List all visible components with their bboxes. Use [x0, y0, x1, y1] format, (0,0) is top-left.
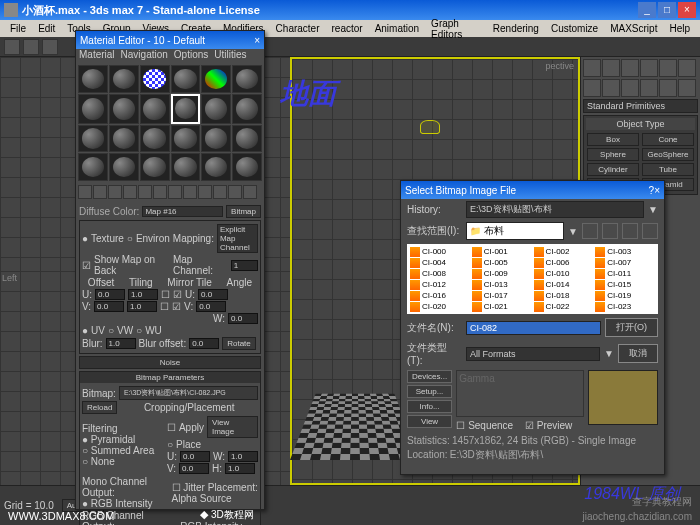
toolbar-button[interactable]: [42, 39, 58, 55]
crop-v-spinner[interactable]: 0.0: [179, 463, 209, 474]
shapes-icon[interactable]: [602, 79, 620, 97]
material-slot[interactable]: [78, 153, 108, 181]
lights-icon[interactable]: [621, 79, 639, 97]
vw-radio[interactable]: ○: [108, 325, 114, 336]
material-slot[interactable]: [232, 94, 262, 124]
close-icon[interactable]: ×: [254, 35, 260, 46]
apply-check[interactable]: ☐: [167, 422, 176, 433]
file-item[interactable]: CI-015: [594, 279, 656, 290]
file-item[interactable]: CI-016: [409, 290, 471, 301]
viewimage-button[interactable]: View Image: [207, 416, 258, 438]
file-item[interactable]: CI-010: [533, 268, 595, 279]
tube-button[interactable]: Tube: [642, 163, 694, 176]
toolbar-button[interactable]: [23, 39, 39, 55]
cameras-icon[interactable]: [640, 79, 658, 97]
category-dropdown[interactable]: Standard Primitives: [583, 99, 698, 113]
material-slot[interactable]: [232, 153, 262, 181]
file-item[interactable]: CI-009: [471, 268, 533, 279]
geometry-icon[interactable]: [583, 79, 601, 97]
v-tile-check[interactable]: ☑: [172, 301, 181, 312]
showmap-check[interactable]: ☑: [82, 260, 91, 271]
menu-maxscript[interactable]: MAXScript: [604, 23, 663, 34]
material-slot[interactable]: [171, 153, 201, 181]
up-icon[interactable]: [602, 223, 618, 239]
lookin-dropdown[interactable]: 📁 布料: [466, 222, 564, 240]
display-tab[interactable]: [659, 59, 677, 77]
mat-toolbtn[interactable]: [153, 185, 167, 199]
mono-rgb-radio[interactable]: ●: [82, 498, 88, 509]
v-tiling-spinner[interactable]: 1.0: [127, 301, 157, 312]
file-item[interactable]: CI-006: [533, 257, 595, 268]
file-item[interactable]: CI-023: [594, 301, 656, 312]
map-name-field[interactable]: Map #16: [142, 206, 223, 217]
bitmap-path-button[interactable]: E:\3D资料\贴图\布料\CI-082.JPG: [119, 386, 258, 400]
material-slot[interactable]: [78, 125, 108, 153]
file-item[interactable]: CI-004: [409, 257, 471, 268]
file-item[interactable]: CI-019: [594, 290, 656, 301]
reload-button[interactable]: Reload: [82, 401, 117, 414]
utilities-tab[interactable]: [678, 59, 696, 77]
viewmenu-icon[interactable]: [642, 223, 658, 239]
file-item[interactable]: CI-011: [594, 268, 656, 279]
material-slot[interactable]: [78, 65, 108, 93]
cone-button[interactable]: Cone: [642, 133, 694, 146]
file-item[interactable]: CI-005: [471, 257, 533, 268]
minimize-button[interactable]: _: [638, 2, 656, 18]
menu-reactor[interactable]: reactor: [326, 23, 369, 34]
helpers-icon[interactable]: [659, 79, 677, 97]
material-editor-titlebar[interactable]: Material Editor - 10 - Default ×: [76, 31, 264, 49]
mat-toolbtn[interactable]: [198, 185, 212, 199]
file-item[interactable]: CI-008: [409, 268, 471, 279]
material-slot[interactable]: [201, 153, 231, 181]
mat-menu-navigation[interactable]: Navigation: [121, 49, 168, 63]
mat-toolbtn[interactable]: [108, 185, 122, 199]
file-item[interactable]: CI-014: [533, 279, 595, 290]
v-angle-spinner[interactable]: 0.0: [196, 301, 226, 312]
back-icon[interactable]: [582, 223, 598, 239]
file-item[interactable]: CI-003: [594, 246, 656, 257]
file-item[interactable]: CI-022: [533, 301, 595, 312]
menu-help[interactable]: Help: [663, 23, 696, 34]
material-slot[interactable]: [109, 125, 139, 153]
u-tiling-spinner[interactable]: 1.0: [128, 289, 158, 300]
mat-toolbtn[interactable]: [183, 185, 197, 199]
file-item[interactable]: CI-020: [409, 301, 471, 312]
toolbar-button[interactable]: [4, 39, 20, 55]
mapchannel-spinner[interactable]: 1: [231, 260, 258, 271]
material-slot[interactable]: [171, 125, 201, 153]
file-item[interactable]: CI-007: [594, 257, 656, 268]
blur-spinner[interactable]: 1.0: [106, 338, 136, 349]
file-item[interactable]: CI-017: [471, 290, 533, 301]
file-item[interactable]: CI-021: [471, 301, 533, 312]
wu-radio[interactable]: ○: [136, 325, 142, 336]
close-button[interactable]: ×: [678, 2, 696, 18]
view-button[interactable]: View: [407, 415, 452, 428]
material-slot[interactable]: [171, 65, 201, 93]
mat-toolbtn[interactable]: [168, 185, 182, 199]
mat-menu-material[interactable]: Material: [79, 49, 115, 63]
open-button[interactable]: 打开(O): [605, 318, 658, 337]
none-radio[interactable]: ○: [82, 456, 88, 467]
mat-toolbtn[interactable]: [138, 185, 152, 199]
preview-check[interactable]: ☑: [525, 420, 534, 431]
menu-customize[interactable]: Customize: [545, 23, 604, 34]
file-item[interactable]: CI-018: [533, 290, 595, 301]
motion-tab[interactable]: [640, 59, 658, 77]
material-slot[interactable]: [140, 94, 170, 124]
jitter-check[interactable]: ☐: [172, 482, 181, 493]
u-angle-spinner[interactable]: 0.0: [198, 289, 228, 300]
mat-toolbtn[interactable]: [93, 185, 107, 199]
material-slot[interactable]: [109, 153, 139, 181]
close-icon[interactable]: ×: [654, 185, 660, 196]
sequence-check[interactable]: ☐: [456, 420, 465, 431]
cancel-button[interactable]: 取消: [618, 344, 658, 363]
mat-toolbtn[interactable]: [213, 185, 227, 199]
material-slot[interactable]: [232, 65, 262, 93]
setup-button[interactable]: Setup...: [407, 385, 452, 398]
u-mirror-check[interactable]: ☐: [161, 289, 170, 300]
newfolder-icon[interactable]: [622, 223, 638, 239]
file-item[interactable]: CI-002: [533, 246, 595, 257]
teapot-object[interactable]: [420, 120, 450, 140]
file-item[interactable]: CI-001: [471, 246, 533, 257]
file-item[interactable]: CI-000: [409, 246, 471, 257]
